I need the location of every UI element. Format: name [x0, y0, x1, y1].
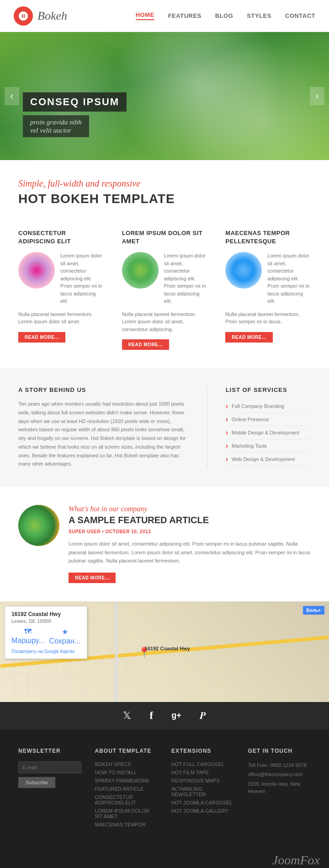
intro-section: Simple, full-width and responsive HOT BO…: [0, 160, 329, 229]
joomfox-logo: JoomFox: [9, 853, 320, 868]
services-list: Full Company Branding Online Presence Mo…: [226, 400, 311, 466]
social-bar: 𝕏 f g+ 𝑷: [0, 702, 329, 729]
contact-phone: Toll Free: 0800-1234 5678: [248, 761, 311, 769]
footer-newsletter: NEWSLETTER Subscribe: [18, 748, 81, 830]
ext-link-2[interactable]: RESPONSIVE MAPS: [171, 778, 234, 783]
extensions-title: EXTENSIONS: [171, 748, 234, 754]
site-name: Bokeh: [37, 9, 67, 23]
ext-link-3[interactable]: ACYMAILING NEWSLETTER: [171, 786, 234, 797]
nav-features[interactable]: FEATURES: [168, 12, 202, 19]
featured-subtitle: What's hot in our company: [69, 505, 311, 513]
featured-meta: SUPER USER • OCTOBER 10, 2013: [69, 529, 311, 534]
footer: NEWSLETTER Subscribe ABOUT TEMPLATE BOKE…: [0, 729, 329, 848]
map-popup: 16192 Coastal Hwy Lewes, DE 19958 🗺 Марш…: [5, 606, 87, 659]
twitter-icon[interactable]: 𝕏: [123, 710, 131, 722]
col3-image: [225, 252, 262, 289]
three-columns: CONSECTETUR ADIPISCING ELIT Lorem ipsum …: [0, 229, 329, 368]
service-item-3: Mobile Design & Development: [226, 426, 311, 439]
about-title: ABOUT TEMPLATE: [95, 748, 158, 754]
col2-body: Nulla placerat laoreet fermentum. Lorem …: [122, 311, 207, 333]
service-item-2: Online Presence: [226, 413, 311, 426]
save-label: Сохран...: [49, 637, 80, 645]
hero-next-button[interactable]: ›: [310, 87, 324, 105]
col1-body: Nulla placerat laoreet fermentum. Lorem …: [18, 311, 104, 326]
about-link-2[interactable]: SPARKY FRAMEWORK: [95, 778, 158, 783]
hero-caption: CONSEQ IPSUM proin gravida nibh vel veli…: [23, 92, 127, 137]
story-block: A STORY BEHIND US Ten years ago when mon…: [18, 386, 207, 468]
col2-read-more[interactable]: READ MORE...: [122, 339, 169, 350]
map-section[interactable]: 📍 16192 Coastal Hwy 16192 Coastal Hwy Le…: [0, 601, 329, 702]
map-view-link[interactable]: Посмотреть на Google Картах: [11, 649, 80, 654]
facebook-icon[interactable]: f: [149, 709, 153, 722]
column-3: MAECENAS TEMPOR PELLENTESQUE Lorem ipsum…: [216, 229, 320, 350]
col3-title: MAECENAS TEMPOR PELLENTESQUE: [225, 229, 311, 246]
hero-section: ‹ CONSEQ IPSUM proin gravida nibh vel ve…: [0, 32, 329, 160]
newsletter-title: NEWSLETTER: [18, 748, 81, 754]
hero-prev-button[interactable]: ‹: [5, 87, 19, 105]
col2-title: LOREM IPSUM DOLOR SIT AMET: [122, 229, 207, 246]
logo-area: Bokeh: [14, 6, 67, 26]
ext-link-5[interactable]: HOT JOOMLA GALLERY: [171, 808, 234, 814]
footer-extensions: EXTENSIONS HOT FULL CAROUSEL HOT FILM TA…: [171, 748, 234, 830]
save-icon: ★: [62, 627, 68, 636]
pinterest-icon[interactable]: 𝑷: [200, 710, 206, 722]
google-plus-icon[interactable]: g+: [171, 711, 181, 720]
newsletter-subscribe-button[interactable]: Subscribe: [18, 777, 55, 788]
featured-section: What's hot in our company A SAMPLE FEATU…: [0, 487, 329, 601]
services-title: LIST OF SERVICES: [226, 386, 311, 393]
featured-title: A SAMPLE FEATURED ARTICLE: [69, 515, 311, 525]
story-title: A STORY BEHIND US: [18, 386, 189, 393]
footer-about: ABOUT TEMPLATE BOKEH SPECS HOW TO INSTAL…: [95, 748, 158, 830]
header: Bokeh HOME FEATURES BLOG STYLES CONTACT: [0, 0, 329, 32]
about-link-4[interactable]: CONSECTETUR ADIPISCING ELIT: [95, 794, 158, 805]
hero-subtitle-box: proin gravida nibh vel velit auctor: [23, 115, 89, 137]
about-link-6[interactable]: MAECENAS TEMPOR: [95, 822, 158, 827]
col2-image: [122, 252, 159, 289]
service-item-5: Web Design & Development: [226, 453, 311, 466]
service-item-1: Full Company Branding: [226, 400, 311, 413]
about-link-1[interactable]: HOW TO INSTALL: [95, 770, 158, 775]
services-block: LIST OF SERVICES Full Company Branding O…: [207, 386, 311, 468]
map-popup-address: Lewes, DE 19958: [11, 618, 80, 624]
nav-blog[interactable]: BLOG: [215, 12, 233, 19]
hero-subtitle: proin gravida nibh vel velit auctor: [30, 118, 82, 134]
newsletter-email-input[interactable]: [18, 761, 81, 773]
hero-title: CONSEQ IPSUM: [30, 96, 119, 107]
main-nav: HOME FEATURES BLOG STYLES CONTACT: [136, 11, 315, 20]
ext-link-0[interactable]: HOT FULL CAROUSEL: [171, 761, 234, 767]
featured-read-more[interactable]: READ MORE...: [69, 573, 116, 583]
featured-content: What's hot in our company A SAMPLE FEATU…: [69, 505, 311, 583]
col1-read-more[interactable]: READ MORE...: [18, 332, 65, 343]
nav-contact[interactable]: CONTACT: [285, 12, 315, 19]
nav-styles[interactable]: STYLES: [247, 12, 271, 19]
footer-contact: GET IN TOUCH Toll Free: 0800-1234 5678 o…: [248, 748, 311, 830]
route-label: Маршру...: [11, 637, 45, 645]
map-save-button[interactable]: ★ Сохран...: [49, 627, 80, 646]
ext-link-1[interactable]: HOT FILM TAPE: [171, 770, 234, 775]
story-body: Ten years ago when monitors usually had …: [18, 400, 189, 468]
nav-home[interactable]: HOME: [136, 11, 154, 20]
logo-icon: [14, 6, 33, 26]
col3-read-more[interactable]: READ MORE...: [225, 332, 272, 343]
map-route-button[interactable]: 🗺 Маршру...: [11, 627, 45, 646]
col1-title: CONSECTETUR ADIPISCING ELIT: [18, 229, 104, 246]
map-road-vertical: [115, 601, 118, 702]
map-popup-title: 16192 Coastal Hwy: [11, 611, 80, 617]
col3-inner: Lorem ipsum dolor sit amet, consectetur …: [225, 252, 311, 305]
route-icon: 🗺: [24, 627, 32, 636]
col1-inner: Lorem ipsum dolor sit amet, consectetur …: [18, 252, 104, 305]
about-link-3[interactable]: FEATURED ARTICLE: [95, 786, 158, 792]
ext-link-4[interactable]: HOT JOOMLA CAROUSEL: [171, 800, 234, 805]
map-popup-actions: 🗺 Маршру... ★ Сохран...: [11, 627, 80, 646]
map-address-label: 16192 Coastal Hwy: [145, 646, 190, 651]
contact-title: GET IN TOUCH: [248, 748, 311, 754]
about-link-5[interactable]: LOREM IPSUM DOLOR SIT AMET: [95, 808, 158, 819]
col1-text1: Lorem ipsum dolor sit amet, consectetur …: [60, 252, 104, 305]
map-expand-button[interactable]: Боль+: [303, 606, 324, 615]
hero-title-box: CONSEQ IPSUM: [23, 92, 127, 112]
about-link-0[interactable]: BOKEH SPECS: [95, 761, 158, 767]
column-2: LOREM IPSUM DOLOR SIT AMET Lorem ipsum d…: [113, 229, 217, 350]
col2-text1: Lorem ipsum dolor sit amet, consectetur …: [164, 252, 207, 305]
featured-body: Lorem ipsum dolor sit amet, consectetur …: [69, 540, 311, 565]
col2-inner: Lorem ipsum dolor sit amet, consectetur …: [122, 252, 207, 305]
